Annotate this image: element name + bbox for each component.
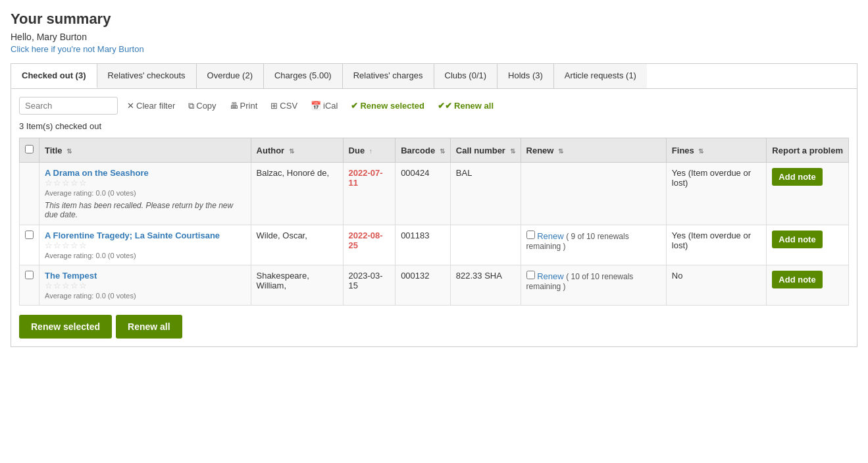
row3-title-cell: The Tempest ☆☆☆☆☆ Average rating: 0.0 (0… — [39, 265, 251, 306]
row2-rating: Average rating: 0.0 (0 votes) — [45, 252, 245, 259]
renew-selected-button-bottom[interactable]: Renew selected — [19, 315, 112, 339]
row3-due-cell: 2023-03-15 — [343, 265, 396, 306]
row3-stars[interactable]: ☆☆☆☆☆ — [45, 281, 245, 290]
row3-renew-link[interactable]: Renew — [537, 271, 563, 281]
title-sort-icon[interactable]: ⇅ — [66, 148, 72, 155]
tab-overdue[interactable]: Overdue (2) — [197, 64, 264, 88]
row1-renew-cell — [521, 163, 666, 225]
barcode-header: Barcode ⇅ — [396, 138, 451, 163]
row3-author-cell: Shakespeare, William, — [251, 265, 343, 306]
tab-holds[interactable]: Holds (3) — [498, 64, 554, 88]
renew-all-button-top[interactable]: ✔✔ Renew all — [434, 98, 498, 113]
row1-stars[interactable]: ☆☆☆☆☆ — [45, 178, 245, 188]
due-header: Due ↑ — [343, 138, 396, 163]
table-row: The Tempest ☆☆☆☆☆ Average rating: 0.0 (0… — [20, 265, 849, 306]
tab-relatives-charges[interactable]: Relatives' charges — [343, 64, 434, 88]
fines-sort-icon[interactable]: ⇅ — [698, 148, 703, 155]
row3-report-cell: Add note — [767, 265, 849, 306]
row3-call-number-cell: 822.33 SHA — [450, 265, 521, 306]
row2-select-checkbox[interactable] — [25, 231, 34, 239]
row1-fines-cell: Yes (Item overdue or lost) — [666, 163, 767, 225]
bottom-toolbar: Renew selected Renew all — [19, 315, 849, 339]
row2-title-cell: A Florentine Tragedy; La Sainte Courtisa… — [39, 225, 251, 265]
row1-author-cell: Balzac, Honoré de, — [251, 163, 343, 225]
table-row: A Florentine Tragedy; La Sainte Courtisa… — [20, 225, 849, 265]
tab-article-requests[interactable]: Article requests (1) — [554, 64, 647, 88]
row2-author-cell: Wilde, Oscar, — [251, 225, 343, 265]
renew-all-button-bottom[interactable]: Renew all — [116, 315, 182, 339]
renew-header: Renew ⇅ — [521, 138, 666, 163]
row1-recall-notice: This item has been recalled. Please retu… — [45, 201, 245, 219]
row2-checkbox-cell — [20, 225, 39, 265]
renew-selected-button-top[interactable]: ✔ Renew selected — [347, 98, 428, 113]
row3-add-note-button[interactable]: Add note — [772, 271, 822, 288]
tab-charges[interactable]: Charges (5.00) — [264, 64, 343, 88]
row1-title-link[interactable]: A Drama on the Seashore — [45, 168, 149, 178]
main-panel: ✕ Clear filter ⧉ Copy 🖶 Print ⊞ CSV 📅 iC… — [11, 89, 857, 347]
row1-title-cell: A Drama on the Seashore ☆☆☆☆☆ Average ra… — [39, 163, 251, 225]
row3-fines-cell: No — [666, 265, 767, 306]
tab-checked-out[interactable]: Checked out (3) — [11, 64, 97, 88]
row3-renew-cell: Renew ( 10 of 10 renewals remaining ) — [521, 265, 666, 306]
row3-checkbox-cell — [20, 265, 39, 306]
table-row: A Drama on the Seashore ☆☆☆☆☆ Average ra… — [20, 163, 849, 225]
double-check-icon: ✔✔ — [438, 101, 452, 111]
select-all-header — [20, 138, 39, 163]
row3-title-link[interactable]: The Tempest — [45, 271, 97, 281]
call-number-header: Call number ⇅ — [450, 138, 521, 163]
row1-report-cell: Add note — [767, 163, 849, 225]
check-icon: ✔ — [351, 101, 358, 111]
report-problem-header: Report a problem — [767, 138, 849, 163]
row1-rating: Average rating: 0.0 (0 votes) — [45, 189, 245, 197]
row1-due-date: 2022-07-11 — [349, 168, 383, 188]
row2-due-date: 2022-08-25 — [349, 231, 383, 250]
row2-barcode-cell: 001183 — [396, 225, 451, 265]
row2-renew-cell: Renew ( 9 of 10 renewals remaining ) — [521, 225, 666, 265]
row2-fines-cell: Yes (Item overdue or lost) — [666, 225, 767, 265]
tabs-container: Checked out (3) Relatives' checkouts Ove… — [11, 63, 857, 89]
row1-checkbox-cell — [20, 163, 39, 225]
title-header: Title ⇅ — [39, 138, 251, 163]
grid-icon: ⊞ — [270, 101, 278, 111]
row1-add-note-button[interactable]: Add note — [772, 168, 822, 186]
toolbar: ✕ Clear filter ⧉ Copy 🖶 Print ⊞ CSV 📅 iC… — [19, 97, 849, 115]
csv-button[interactable]: ⊞ CSV — [267, 98, 301, 113]
row3-due-date: 2023-03-15 — [349, 271, 383, 290]
author-sort-icon[interactable]: ⇅ — [289, 148, 294, 155]
row3-barcode-cell: 000132 — [396, 265, 451, 306]
row2-title-link[interactable]: A Florentine Tragedy; La Sainte Courtisa… — [45, 231, 220, 240]
row2-due-cell: 2022-08-25 — [343, 225, 396, 265]
row2-call-number-cell — [450, 225, 521, 265]
tab-clubs[interactable]: Clubs (0/1) — [434, 64, 498, 88]
barcode-sort-icon[interactable]: ⇅ — [440, 148, 445, 155]
select-all-checkbox[interactable] — [25, 145, 34, 153]
ical-button[interactable]: 📅 iCal — [307, 98, 342, 113]
items-count: 3 Item(s) checked out — [19, 121, 849, 131]
row2-add-note-button[interactable]: Add note — [772, 231, 822, 248]
row2-stars[interactable]: ☆☆☆☆☆ — [45, 240, 245, 250]
print-button[interactable]: 🖶 Print — [226, 98, 262, 113]
clear-filter-button[interactable]: ✕ Clear filter — [123, 98, 179, 113]
row1-due-cell: 2022-07-11 — [343, 163, 396, 225]
not-you-link[interactable]: Click here if you're not Mary Burton — [11, 44, 144, 54]
row1-call-number-cell: BAL — [450, 163, 521, 225]
greeting: Hello, Mary Burton — [11, 32, 857, 42]
print-icon: 🖶 — [230, 101, 238, 111]
search-input[interactable] — [19, 97, 118, 115]
row2-renew-checkbox[interactable] — [526, 231, 535, 239]
calendar-icon: 📅 — [311, 101, 321, 111]
row3-select-checkbox[interactable] — [25, 271, 34, 279]
author-header: Author ⇅ — [251, 138, 343, 163]
row1-barcode-cell: 000424 — [396, 163, 451, 225]
row2-report-cell: Add note — [767, 225, 849, 265]
call-number-sort-icon[interactable]: ⇅ — [510, 148, 515, 155]
row3-rating: Average rating: 0.0 (0 votes) — [45, 292, 245, 300]
checkout-table: Title ⇅ Author ⇅ Due ↑ Barcode ⇅ Call nu… — [19, 138, 849, 306]
row2-renew-link[interactable]: Renew — [537, 231, 563, 241]
tab-relatives-checkouts[interactable]: Relatives' checkouts — [97, 64, 197, 88]
row3-renew-checkbox[interactable] — [526, 271, 535, 279]
due-sort-icon[interactable]: ↑ — [369, 148, 372, 155]
renew-sort-icon[interactable]: ⇅ — [558, 148, 563, 155]
copy-button[interactable]: ⧉ Copy — [184, 98, 220, 114]
copy-icon: ⧉ — [188, 101, 194, 111]
